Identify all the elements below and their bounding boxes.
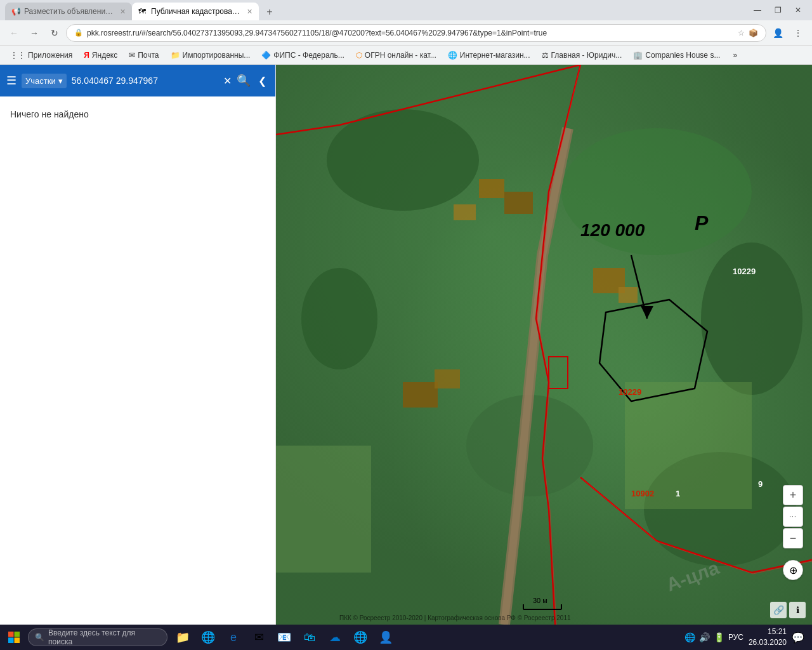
svg-text:1: 1: [676, 489, 680, 498]
battery-icon[interactable]: 🔋: [714, 632, 724, 642]
address-text: pkk.rosreestr.ru/#/search/56.04027371395…: [87, 29, 734, 37]
taskbar-user[interactable]: 👤: [374, 626, 397, 649]
tab-1[interactable]: 📢 Разместить объявление о прод... ✕: [5, 3, 132, 20]
svg-text:10229: 10229: [733, 267, 756, 276]
bm-legal[interactable]: ⚖ Главная - Юридич...: [537, 50, 627, 61]
bookmark-star-icon[interactable]: ☆: [738, 29, 745, 37]
taskbar-file-explorer[interactable]: 📁: [171, 626, 194, 649]
taskbar-store[interactable]: 🛍: [298, 626, 321, 649]
hamburger-menu-button[interactable]: ☰: [6, 74, 16, 88]
system-tray: 🌐 🔊 🔋 РУС: [684, 632, 743, 642]
tab-2[interactable]: 🗺 Публичная кадастровая карта ✕: [132, 3, 259, 20]
extension-icon[interactable]: 📦: [749, 29, 758, 37]
bm-imported[interactable]: 📁 Импортированны...: [166, 50, 256, 61]
taskbar-outlook[interactable]: 📧: [273, 626, 296, 649]
menu-icon[interactable]: ⋮: [789, 24, 807, 42]
taskbar-chrome[interactable]: 🌐: [349, 626, 372, 649]
taskbar-mail[interactable]: ✉: [247, 626, 270, 649]
system-clock[interactable]: 15:21 26.03.2020: [749, 627, 787, 648]
search-bar: ☰ Участки ▾ ✕ 🔍 ❮: [0, 65, 275, 96]
network-icon[interactable]: 🌐: [684, 632, 695, 642]
taskbar-search-icon: 🔍: [35, 633, 44, 642]
bm-companies[interactable]: 🏢 Companies House s...: [628, 50, 725, 61]
windows-logo-icon: [8, 631, 20, 644]
svg-text:ПКК © Росреестр 2010-2020 | Ка: ПКК © Росреестр 2010-2020 | Картографиче…: [339, 614, 571, 621]
taskbar-onedrive[interactable]: ☁: [324, 626, 346, 649]
start-button[interactable]: [3, 626, 25, 649]
bm-ogrn[interactable]: ⬡ ОГРН онлайн - кат...: [351, 50, 442, 61]
tab-1-close[interactable]: ✕: [120, 8, 126, 16]
left-panel: ☰ Участки ▾ ✕ 🔍 ❮ Ничего не найдено: [0, 65, 276, 625]
close-button[interactable]: ✕: [789, 3, 807, 17]
bm-shop-label: Интернет-магазин...: [460, 51, 530, 60]
search-input[interactable]: [72, 76, 218, 86]
collapse-panel-button[interactable]: ❮: [256, 75, 269, 87]
bm-yandex-label: Яндекс: [92, 51, 117, 60]
search-type-selector[interactable]: Участки ▾: [22, 74, 67, 88]
bm-fips[interactable]: 🔷 ФИПС - Федераль...: [256, 50, 350, 61]
taskbar: 🔍 Введите здесь текст для поиска 📁 🌐 e ✉…: [0, 625, 812, 650]
bm-legal-label: Главная - Юридич...: [551, 51, 622, 60]
back-button[interactable]: ←: [5, 24, 23, 42]
tab-2-close[interactable]: ✕: [247, 8, 252, 16]
imported-icon: 📁: [171, 51, 180, 60]
fips-icon: 🔷: [261, 51, 271, 60]
compass-button[interactable]: ⊕: [783, 560, 803, 580]
bm-more-button[interactable]: »: [728, 50, 742, 61]
zoom-in-button[interactable]: +: [783, 485, 803, 505]
bm-yandex[interactable]: Я Яндекс: [79, 50, 122, 61]
svg-point-5: [301, 268, 377, 369]
compass-icon: ⊕: [789, 564, 797, 576]
forward-button[interactable]: →: [25, 24, 43, 42]
map-area[interactable]: 120 000 Р 10229 10229 10902 1 9 30 м ПКК…: [276, 65, 812, 625]
bm-companies-label: Companies House s...: [645, 51, 720, 60]
chrome-icon: 🌐: [353, 630, 367, 644]
svg-rect-10: [504, 192, 533, 214]
clock-date: 26.03.2020: [749, 637, 787, 648]
mail-bm-icon: ✉: [129, 51, 135, 60]
tab-2-label: Публичная кадастровая карта: [151, 7, 240, 16]
svg-rect-9: [454, 204, 476, 220]
taskbar-search-placeholder: Введите здесь текст для поиска: [48, 628, 160, 646]
map-share-button[interactable]: 🔗: [770, 602, 787, 618]
navigation-bar: ← → ↻ 🔒 pkk.rosreestr.ru/#/search/56.040…: [0, 20, 812, 46]
svg-rect-36: [8, 638, 14, 644]
map-info-button[interactable]: ℹ: [789, 602, 806, 618]
map-svg: 120 000 Р 10229 10229 10902 1 9 30 м ПКК…: [276, 65, 812, 625]
bm-fips-label: ФИПС - Федераль...: [273, 51, 344, 60]
svg-text:Р: Р: [695, 211, 709, 234]
taskbar-right: 🌐 🔊 🔋 РУС 15:21 26.03.2020 💬: [684, 627, 809, 648]
tab-1-label: Разместить объявление о прод...: [24, 7, 114, 16]
clear-search-button[interactable]: ✕: [223, 75, 232, 87]
map-controls: + ··· −: [783, 485, 803, 548]
zoom-out-button[interactable]: −: [783, 528, 803, 548]
taskbar-edge[interactable]: 🌐: [197, 626, 219, 649]
profile-icon[interactable]: 👤: [769, 24, 787, 42]
minimize-button[interactable]: —: [749, 3, 766, 17]
search-type-label: Участки: [25, 76, 56, 86]
taskbar-ie[interactable]: e: [222, 626, 245, 649]
taskbar-search-box[interactable]: 🔍 Введите здесь текст для поиска: [28, 628, 167, 646]
language-indicator[interactable]: РУС: [728, 633, 743, 642]
search-type-arrow: ▾: [58, 76, 63, 86]
svg-rect-16: [276, 446, 371, 573]
bm-shop[interactable]: 🌐 Интернет-магазин...: [443, 50, 535, 61]
new-tab-button[interactable]: +: [261, 4, 278, 20]
search-button[interactable]: 🔍: [237, 74, 251, 88]
legal-icon: ⚖: [542, 51, 549, 60]
volume-icon[interactable]: 🔊: [699, 632, 710, 642]
bm-apps[interactable]: ⋮⋮ Приложения: [5, 50, 77, 61]
ie-icon: e: [230, 631, 237, 644]
svg-text:10229: 10229: [619, 387, 641, 397]
title-bar: 📢 Разместить объявление о прод... ✕ 🗺 Пу…: [0, 0, 812, 20]
onedrive-icon: ☁: [329, 630, 341, 644]
maximize-button[interactable]: ❐: [769, 3, 787, 17]
zoom-options-button[interactable]: ···: [783, 507, 803, 527]
svg-rect-12: [619, 287, 638, 303]
reload-button[interactable]: ↻: [46, 24, 63, 42]
notifications-icon[interactable]: 💬: [792, 632, 804, 644]
address-bar[interactable]: 🔒 pkk.rosreestr.ru/#/search/56.040273713…: [66, 24, 766, 42]
yandex-icon: Я: [84, 51, 89, 60]
bm-mail[interactable]: ✉ Почта: [124, 50, 164, 61]
svg-text:120 000: 120 000: [580, 220, 645, 240]
